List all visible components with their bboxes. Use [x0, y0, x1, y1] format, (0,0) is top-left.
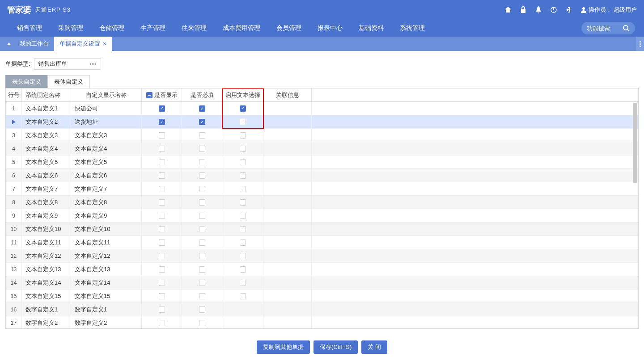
- subtab[interactable]: 表头自定义: [5, 75, 48, 88]
- cell-show[interactable]: [142, 182, 182, 195]
- cell-req[interactable]: [182, 182, 222, 195]
- checkbox[interactable]: [159, 307, 165, 313]
- checkbox[interactable]: [159, 172, 165, 179]
- nav-item[interactable]: 会员管理: [268, 20, 309, 37]
- cell-req[interactable]: [182, 102, 222, 115]
- cell-rel[interactable]: [263, 236, 312, 249]
- table-row[interactable]: 3文本自定义3文本自定义3: [6, 129, 638, 142]
- cell-req[interactable]: [182, 169, 222, 182]
- cell-show[interactable]: [142, 276, 182, 289]
- copy-button[interactable]: 复制到其他单据: [257, 340, 310, 354]
- cell-rel[interactable]: [263, 316, 312, 328]
- checkbox[interactable]: [240, 119, 246, 125]
- cell-text[interactable]: [222, 303, 263, 316]
- cell-show[interactable]: [142, 169, 182, 182]
- cell-disp[interactable]: 文本自定义4: [71, 142, 142, 155]
- cell-show[interactable]: [142, 115, 182, 128]
- cell-disp[interactable]: 文本自定义9: [71, 209, 142, 222]
- checkbox[interactable]: [240, 146, 246, 152]
- cell-text[interactable]: [222, 223, 263, 235]
- search-input[interactable]: [587, 25, 623, 32]
- cell-rel[interactable]: [263, 129, 312, 142]
- cell-show[interactable]: [142, 249, 182, 262]
- cell-disp[interactable]: 文本自定义10: [71, 223, 142, 235]
- cell-rel[interactable]: [263, 209, 312, 222]
- cell-text[interactable]: [222, 290, 263, 302]
- checkbox[interactable]: [240, 105, 246, 112]
- lock-icon[interactable]: [520, 6, 527, 13]
- checkbox[interactable]: [199, 226, 205, 232]
- cell-disp[interactable]: 文本自定义8: [71, 196, 142, 209]
- checkbox[interactable]: [199, 253, 205, 259]
- checkbox[interactable]: [159, 239, 165, 246]
- cell-show[interactable]: [142, 316, 182, 328]
- home-icon[interactable]: [504, 6, 512, 13]
- checkbox[interactable]: [199, 293, 205, 299]
- checkbox[interactable]: [240, 132, 246, 139]
- cell-show[interactable]: [142, 196, 182, 209]
- checkbox[interactable]: [159, 159, 165, 165]
- cell-text[interactable]: [222, 129, 263, 142]
- cell-text[interactable]: [222, 236, 263, 249]
- cell-rel[interactable]: [263, 223, 312, 235]
- nav-item[interactable]: 生产管理: [132, 20, 174, 37]
- table-row[interactable]: 11文本自定义11文本自定义11: [6, 236, 638, 249]
- checkbox[interactable]: [240, 159, 246, 165]
- cell-rel[interactable]: [263, 263, 312, 276]
- cell-disp[interactable]: 文本自定义6: [71, 169, 142, 182]
- checkbox[interactable]: [199, 186, 205, 192]
- nav-item[interactable]: 销售管理: [9, 20, 50, 37]
- checkbox[interactable]: [199, 132, 205, 139]
- cell-disp[interactable]: 送货地址: [71, 115, 142, 128]
- table-row[interactable]: 13文本自定义13文本自定义13: [6, 263, 638, 276]
- table-row[interactable]: 1文本自定义1快递公司: [6, 102, 638, 115]
- cell-text[interactable]: [222, 276, 263, 289]
- checkbox[interactable]: [199, 105, 205, 112]
- nav-item[interactable]: 基础资料: [351, 20, 392, 37]
- nav-item[interactable]: 仓储管理: [91, 20, 132, 37]
- col-text[interactable]: 启用文本选择: [222, 88, 263, 101]
- col-disp[interactable]: 自定义显示名称: [71, 88, 142, 101]
- cell-show[interactable]: [142, 263, 182, 276]
- checkbox[interactable]: [159, 226, 165, 232]
- user-info[interactable]: 操作员：超级用户: [580, 6, 637, 14]
- col-row[interactable]: 行号: [6, 88, 22, 101]
- cell-show[interactable]: [142, 236, 182, 249]
- cell-show[interactable]: [142, 102, 182, 115]
- cell-req[interactable]: [182, 196, 222, 209]
- cell-rel[interactable]: [263, 276, 312, 289]
- cell-req[interactable]: [182, 290, 222, 302]
- checkbox[interactable]: [199, 213, 205, 219]
- cell-text[interactable]: [222, 115, 263, 128]
- cell-show[interactable]: [142, 129, 182, 142]
- cell-req[interactable]: [182, 115, 222, 128]
- cell-text[interactable]: [222, 316, 263, 328]
- cell-disp[interactable]: 文本自定义11: [71, 236, 142, 249]
- checkbox[interactable]: [159, 213, 165, 219]
- cell-req[interactable]: [182, 155, 222, 168]
- checkbox[interactable]: [159, 186, 165, 192]
- checkbox[interactable]: [159, 320, 165, 326]
- cell-req[interactable]: [182, 209, 222, 222]
- tab-scroll-up-icon[interactable]: [4, 37, 14, 51]
- checkbox[interactable]: [159, 146, 165, 152]
- cell-disp[interactable]: 文本自定义3: [71, 129, 142, 142]
- checkbox[interactable]: [199, 119, 205, 125]
- cell-text[interactable]: [222, 249, 263, 262]
- cell-req[interactable]: [182, 316, 222, 328]
- nav-item[interactable]: 系统管理: [392, 20, 433, 37]
- bell-icon[interactable]: [535, 6, 542, 13]
- nav-item[interactable]: 报表中心: [309, 20, 351, 37]
- cell-req[interactable]: [182, 142, 222, 155]
- checkbox[interactable]: [159, 280, 165, 286]
- cell-disp[interactable]: 数字自定义1: [71, 303, 142, 316]
- checkbox[interactable]: [199, 172, 205, 179]
- cell-req[interactable]: [182, 236, 222, 249]
- cell-rel[interactable]: [263, 142, 312, 155]
- checkbox[interactable]: [199, 307, 205, 313]
- checkbox[interactable]: [199, 239, 205, 246]
- nav-item[interactable]: 往来管理: [174, 20, 215, 37]
- cell-text[interactable]: [222, 155, 263, 168]
- cell-text[interactable]: [222, 102, 263, 115]
- checkbox[interactable]: [199, 146, 205, 152]
